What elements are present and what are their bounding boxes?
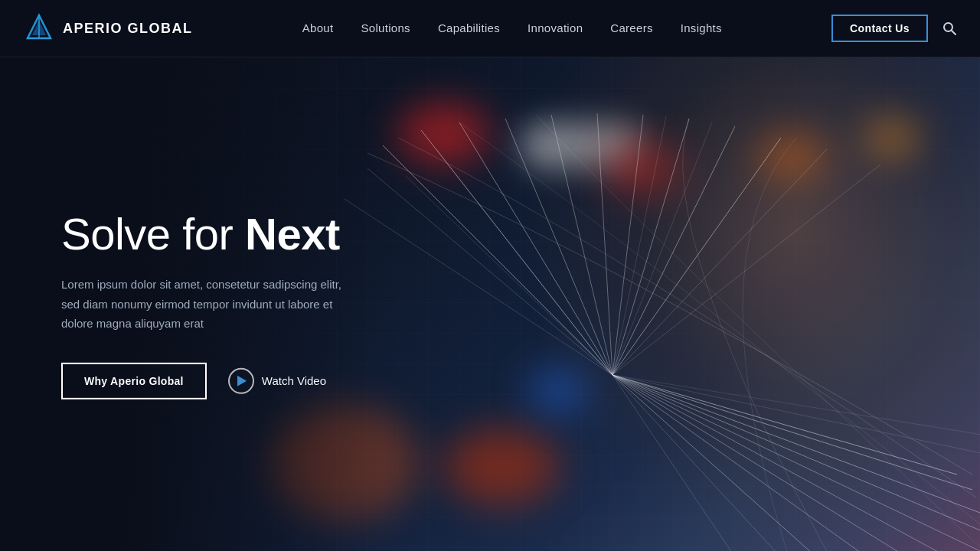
- hero-subtitle: Lorem ipsum dolor sit amet, consetetur s…: [61, 275, 352, 334]
- wave-lines: [306, 107, 980, 551]
- nav-solutions[interactable]: Solutions: [361, 21, 410, 34]
- svg-line-21: [612, 375, 980, 551]
- hero-content: Solve for Next Lorem ipsum dolor sit ame…: [61, 209, 352, 399]
- why-aperio-button[interactable]: Why Aperio Global: [61, 363, 207, 399]
- play-icon: [228, 368, 254, 394]
- search-icon: [942, 21, 957, 36]
- hero-buttons: Why Aperio Global Watch Video: [61, 363, 352, 399]
- svg-line-32: [406, 176, 612, 375]
- svg-line-34: [612, 116, 666, 375]
- svg-line-12: [597, 113, 612, 375]
- play-triangle: [237, 376, 247, 386]
- contact-button[interactable]: Contact Us: [831, 15, 928, 42]
- svg-line-31: [612, 375, 750, 551]
- svg-line-9: [459, 122, 612, 375]
- svg-line-16: [612, 138, 781, 375]
- svg-line-7: [383, 145, 612, 375]
- logo-icon: [23, 12, 55, 44]
- nav-capabilities[interactable]: Capabilities: [438, 21, 500, 34]
- hero-section: Solve for Next Lorem ipsum dolor sit ame…: [0, 57, 980, 551]
- search-button[interactable]: [942, 21, 957, 36]
- svg-line-14: [612, 119, 689, 375]
- nav-right: Contact Us: [831, 15, 957, 42]
- watch-video-label: Watch Video: [262, 374, 326, 387]
- svg-line-26: [368, 168, 612, 375]
- svg-line-25: [612, 375, 842, 551]
- svg-line-29: [612, 165, 880, 375]
- svg-line-22: [612, 375, 965, 551]
- svg-line-20: [612, 375, 980, 532]
- svg-line-28: [612, 149, 827, 375]
- nav-careers[interactable]: Careers: [610, 21, 652, 34]
- svg-line-17: [612, 375, 957, 474]
- logo-link[interactable]: APERIO GLOBAL: [23, 12, 193, 44]
- svg-line-27: [345, 199, 612, 375]
- svg-line-10: [505, 119, 612, 375]
- nav-about[interactable]: About: [302, 21, 334, 34]
- svg-line-15: [612, 126, 735, 375]
- brand-name: APERIO GLOBAL: [63, 21, 193, 37]
- svg-line-36: [612, 375, 980, 455]
- nav-innovation[interactable]: Innovation: [528, 21, 583, 34]
- navbar: APERIO GLOBAL About Solutions Capabiliti…: [0, 0, 980, 57]
- svg-line-19: [612, 375, 980, 513]
- nav-insights[interactable]: Insights: [681, 21, 722, 34]
- nav-links: About Solutions Capabilities Innovation …: [302, 21, 722, 35]
- svg-line-6: [952, 31, 956, 34]
- watch-video-button[interactable]: Watch Video: [228, 368, 326, 394]
- hero-title: Solve for Next: [61, 209, 352, 258]
- svg-line-37: [612, 375, 980, 436]
